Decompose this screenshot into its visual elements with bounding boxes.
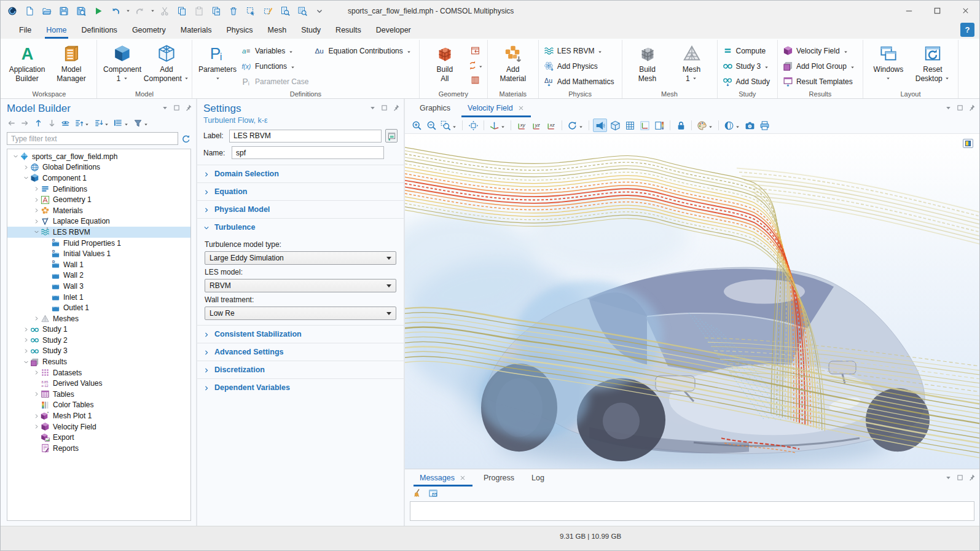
close-button[interactable] [951, 1, 979, 21]
velocity-field-group-button[interactable]: Velocity Field [782, 43, 859, 58]
tree-expander-icon[interactable] [32, 390, 41, 399]
section-physical-model[interactable]: Physical Model [197, 200, 404, 218]
environment-button[interactable] [723, 119, 742, 132]
zoom-extents-button[interactable] [466, 119, 480, 132]
tree-expander-icon[interactable] [32, 217, 41, 225]
section-consistent-stabilization[interactable]: Consistent Stabilization [197, 325, 404, 343]
copy-button[interactable] [174, 3, 190, 19]
add-study-button[interactable]: Add Study [721, 74, 774, 89]
ribbon-tab-mesh[interactable]: Mesh [261, 21, 294, 39]
duplicate-button[interactable] [208, 3, 224, 19]
tree-expander-icon[interactable] [22, 358, 30, 366]
section-domain-selection[interactable]: Domain Selection [197, 165, 404, 182]
clear-selection-button[interactable] [260, 3, 276, 19]
label-input[interactable] [229, 130, 382, 143]
tree-item-wall-2[interactable]: Wall 2 [7, 270, 190, 281]
tree-expander-icon[interactable] [22, 336, 30, 345]
wall-treatment-select[interactable]: Low Re [205, 307, 396, 320]
model-tree-nodes-button[interactable] [112, 117, 130, 129]
paste-button[interactable] [191, 3, 207, 19]
toolbar-overflow-button[interactable] [312, 3, 327, 19]
tree-item-study-3[interactable]: Study 3 [7, 346, 190, 357]
tree-item-global-definitions[interactable]: Global Definitions [7, 162, 190, 173]
grid-toggle-button[interactable] [623, 119, 637, 132]
tree-item-tables[interactable]: Tables [7, 389, 190, 400]
tree-item-color-tables[interactable]: Color Tables [7, 400, 190, 411]
tree-item-derived-values[interactable]: 8.85e-12Derived Values [7, 378, 190, 389]
expand-all-button[interactable] [93, 117, 111, 129]
tree-item-results[interactable]: Results [7, 356, 190, 367]
messages-tab-messages[interactable]: Messages [411, 469, 475, 487]
graphics-tab-graphics[interactable]: Graphics [411, 99, 459, 117]
messages-tab-progress[interactable]: Progress [475, 469, 523, 487]
section-equation[interactable]: Equation [197, 182, 404, 200]
find-in-tables-button[interactable] [294, 3, 310, 19]
add-component-button[interactable]: AddComponent [145, 41, 188, 90]
tree-item-les-rbvm[interactable]: *LES RBVM [7, 227, 190, 238]
add-plot-group-button[interactable]: Add Plot Group [782, 58, 859, 74]
ribbon-tab-materials[interactable]: Materials [173, 21, 219, 39]
insert-sequence-button[interactable] [468, 43, 484, 58]
tree-item-outlet-1[interactable]: Outlet 1 [7, 302, 190, 313]
print-button[interactable] [758, 119, 771, 132]
cut-button[interactable] [157, 3, 173, 19]
settings-chevron-down-small-icon[interactable] [369, 104, 377, 112]
tree-expander-icon[interactable] [32, 195, 41, 204]
section-turbulence[interactable]: Turbulence [197, 218, 404, 236]
application-builder-button[interactable]: AApplicationBuilder [6, 41, 49, 90]
partition-button[interactable] [468, 72, 484, 87]
rebuild-button[interactable] [468, 58, 484, 72]
move-up-button[interactable] [33, 117, 44, 129]
model-builder-chevron-down-small-icon[interactable] [161, 104, 169, 112]
tree-item-datasets[interactable]: Datasets [7, 367, 190, 378]
ribbon-tab-geometry[interactable]: Geometry [125, 21, 173, 39]
component-1-button[interactable]: Component1 [101, 41, 144, 90]
tree-item-inlet-1[interactable]: Inlet 1 [7, 292, 190, 303]
tree-expander-icon[interactable] [32, 185, 41, 193]
add-mathematics-button[interactable]: ΔuAdd Mathematics [543, 74, 618, 89]
messages-chevron-down-small-icon[interactable] [944, 474, 952, 482]
axes3d-button[interactable] [488, 119, 507, 132]
messages-pin-icon[interactable] [968, 474, 976, 482]
tree-expander-icon[interactable] [32, 412, 41, 420]
rotate-button[interactable] [566, 119, 585, 132]
select-box-button[interactable] [243, 3, 259, 19]
run-button[interactable] [90, 3, 106, 19]
tree-item-initial-values-1[interactable]: DInitial Values 1 [7, 248, 190, 259]
find-button[interactable] [277, 3, 293, 19]
close-tab-icon[interactable] [459, 474, 466, 482]
turbulence-model-type-select[interactable]: Large Eddy Simulation [205, 251, 396, 265]
close-tab-icon[interactable] [517, 104, 525, 112]
minimize-button[interactable] [895, 1, 923, 21]
refresh-icon[interactable] [181, 134, 191, 144]
tree-item-definitions[interactable]: Definitions [7, 184, 190, 195]
nav-forward-button[interactable] [19, 117, 31, 129]
tree-item-geometry-1[interactable]: Geometry 1 [7, 194, 190, 205]
tree-expander-icon[interactable] [22, 163, 30, 171]
messages-tab-log[interactable]: Log [523, 469, 553, 487]
model-builder-pin-icon[interactable] [184, 104, 192, 112]
save-search-button[interactable] [73, 3, 89, 19]
parameters-button[interactable]: PiParameters [196, 41, 239, 90]
tree-expander-icon[interactable] [32, 315, 41, 323]
undo-button[interactable] [108, 3, 123, 19]
clear-messages-button[interactable] [411, 487, 423, 499]
equation-contributions-button[interactable]: ΔuEquation Contributions [313, 43, 415, 58]
parameter-case-button[interactable]: PiParameter Case [240, 74, 312, 89]
ribbon-tab-definitions[interactable]: Definitions [74, 21, 125, 39]
settings-float-icon[interactable] [380, 104, 388, 112]
maximize-button[interactable] [923, 1, 951, 21]
add-material-button[interactable]: AddMaterial [492, 41, 535, 90]
show-toggle-button[interactable] [60, 117, 71, 129]
study-3-button[interactable]: Study 3 [721, 58, 774, 74]
graphics-canvas[interactable] [405, 133, 979, 469]
tree-item-mesh-plot-1[interactable]: *Mesh Plot 1 [7, 410, 190, 421]
new-file-button[interactable] [22, 3, 37, 19]
tree-item-wall-1[interactable]: DWall 1 [7, 259, 190, 270]
delete-button[interactable] [225, 3, 241, 19]
build-all-button[interactable]: BuildAll [423, 41, 466, 90]
model-builder-float-icon[interactable] [173, 104, 181, 112]
message-settings-button[interactable] [427, 487, 439, 499]
tree-item-fluid-properties-1[interactable]: DFluid Properties 1 [7, 238, 190, 249]
tree-item-component-1[interactable]: Component 1 [7, 173, 190, 184]
